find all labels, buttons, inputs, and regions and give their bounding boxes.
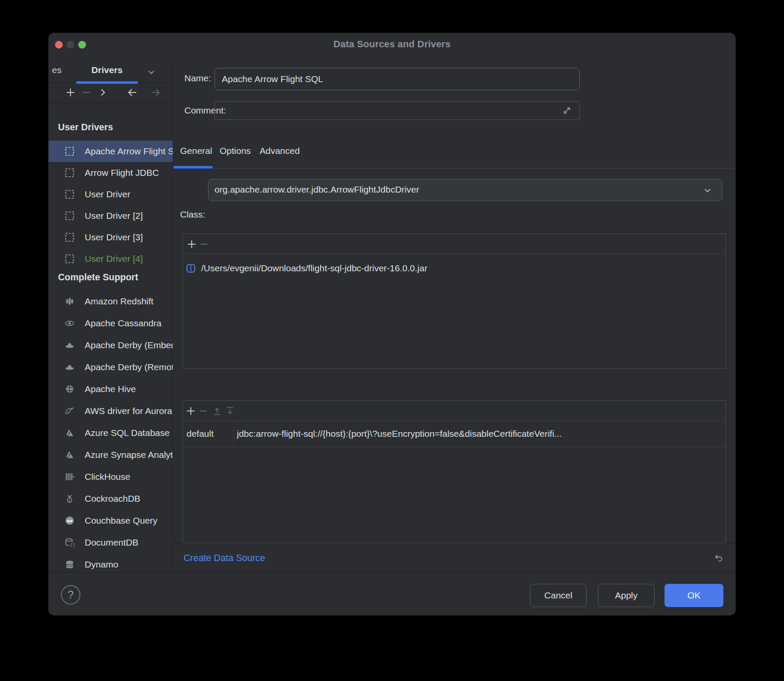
driver-file-row[interactable]: /Users/evgenii/Downloads/flight-sql-jdbc… bbox=[186, 258, 724, 278]
documentdb-icon: {} bbox=[64, 537, 75, 548]
user-driver-icon bbox=[64, 254, 75, 264]
user-drivers-header: User Drivers bbox=[49, 118, 173, 137]
apache-derby-icon bbox=[64, 340, 75, 350]
apache-hive-icon bbox=[64, 384, 75, 394]
class-value: org.apache.arrow.driver.jdbc.ArrowFlight… bbox=[214, 184, 419, 195]
user-driver-icon bbox=[64, 211, 75, 221]
clickhouse-icon bbox=[64, 472, 75, 482]
titlebar: Data Sources and Drivers bbox=[49, 33, 735, 57]
chevron-down-icon bbox=[702, 185, 713, 196]
azure-icon bbox=[64, 450, 75, 460]
url-template-name-cell[interactable]: default bbox=[183, 421, 234, 447]
tab-drivers[interactable]: Drivers bbox=[76, 57, 138, 83]
tab-general[interactable]: General bbox=[180, 146, 212, 156]
sidebar-tabs: es Drivers bbox=[49, 57, 173, 83]
sidebar: es Drivers bbox=[49, 57, 173, 573]
list-item-dynamo[interactable]: Dynamo bbox=[49, 553, 173, 573]
driver-editor-panel: Name: Comment: General Options Advanced … bbox=[174, 57, 735, 573]
list-item-user-driver-4[interactable]: User Driver [4] bbox=[49, 248, 173, 270]
forward-arrow-icon[interactable] bbox=[150, 87, 161, 98]
list-item-user-driver[interactable]: User Driver bbox=[49, 184, 173, 205]
duplicate-chevron-icon[interactable] bbox=[97, 87, 108, 98]
back-arrow-icon[interactable] bbox=[127, 87, 138, 98]
apache-derby-icon bbox=[64, 362, 75, 372]
desktop: Data Sources and Drivers es Drivers bbox=[0, 0, 784, 681]
name-input[interactable] bbox=[214, 68, 580, 90]
sidebar-toolbar bbox=[49, 83, 173, 103]
user-driver-icon bbox=[64, 232, 75, 242]
tab-data-sources-clipped[interactable]: es bbox=[52, 65, 61, 75]
add-icon[interactable] bbox=[65, 87, 76, 98]
add-icon[interactable] bbox=[186, 239, 197, 250]
undo-icon[interactable] bbox=[712, 552, 724, 564]
move-down-icon[interactable] bbox=[224, 405, 236, 417]
comment-input[interactable] bbox=[214, 101, 580, 120]
list-item-documentdb[interactable]: {} DocumentDB bbox=[49, 531, 173, 553]
cancel-button[interactable]: Cancel bbox=[530, 584, 587, 607]
user-driver-icon bbox=[64, 168, 75, 178]
couchbase-icon bbox=[64, 515, 75, 526]
amazon-redshift-icon bbox=[64, 296, 75, 307]
create-data-source-row: Create Data Source bbox=[173, 543, 735, 573]
move-up-icon[interactable] bbox=[211, 405, 223, 417]
list-item-user-driver-3[interactable]: User Driver [3] bbox=[49, 227, 173, 248]
ok-button[interactable]: OK bbox=[665, 584, 723, 607]
class-label: Class: bbox=[174, 209, 205, 220]
list-item-cockroachdb[interactable]: CockroachDB bbox=[49, 488, 173, 509]
user-driver-icon bbox=[64, 189, 75, 199]
list-item-clickhouse[interactable]: ClickHouse bbox=[49, 466, 173, 488]
class-dropdown[interactable]: org.apache.arrow.driver.jdbc.ArrowFlight… bbox=[208, 179, 723, 201]
list-item-arrow-flight-jdbc[interactable]: Arrow Flight JDBC bbox=[49, 162, 173, 184]
window-title: Data Sources and Drivers bbox=[49, 39, 735, 50]
url-template-value-cell[interactable]: jdbc:arrow-flight-sql://{host}:{port}\?u… bbox=[234, 421, 726, 447]
name-label: Name: bbox=[174, 73, 211, 84]
user-driver-icon bbox=[64, 146, 75, 156]
dialog-footer: ? Cancel Apply OK bbox=[49, 572, 735, 615]
jar-file-icon bbox=[186, 263, 196, 273]
data-sources-dialog: Data Sources and Drivers es Drivers bbox=[48, 33, 736, 616]
remove-icon[interactable] bbox=[198, 405, 209, 417]
add-icon[interactable] bbox=[185, 405, 196, 417]
list-item-apache-hive[interactable]: Apache Hive bbox=[49, 378, 173, 400]
url-templates-toolbar bbox=[183, 401, 726, 421]
driver-files-box: /Users/evgenii/Downloads/flight-sql-jdbc… bbox=[183, 233, 726, 369]
chevron-down-icon[interactable] bbox=[147, 67, 156, 77]
complete-support-header: Complete Support bbox=[49, 270, 173, 285]
cockroachdb-icon bbox=[64, 494, 75, 504]
list-item-azure-sql-database[interactable]: Azure SQL Database bbox=[49, 422, 173, 444]
azure-icon bbox=[64, 428, 75, 438]
driver-list: User Drivers Apache Arrow Flight SQL Arr… bbox=[49, 103, 173, 573]
list-item-apache-derby-embedded[interactable]: Apache Derby (Embedded) bbox=[49, 334, 173, 356]
dynamo-icon bbox=[64, 559, 75, 570]
url-templates-box: default jdbc:arrow-flight-sql://{host}:{… bbox=[183, 400, 726, 543]
list-item-amazon-redshift[interactable]: Amazon Redshift bbox=[49, 290, 173, 312]
list-item-couchbase-query[interactable]: Couchbase Query bbox=[49, 509, 173, 531]
url-template-row[interactable]: default jdbc:arrow-flight-sql://{host}:{… bbox=[183, 421, 726, 447]
remove-icon[interactable] bbox=[81, 87, 92, 98]
tabs-divider bbox=[173, 168, 735, 169]
active-tab-underline bbox=[173, 166, 213, 169]
apply-button[interactable]: Apply bbox=[598, 584, 655, 607]
apache-cassandra-icon bbox=[64, 318, 75, 328]
aws-dolphin-icon bbox=[64, 406, 75, 416]
driver-files-toolbar bbox=[183, 234, 726, 254]
tab-advanced[interactable]: Advanced bbox=[260, 146, 300, 156]
remove-icon[interactable] bbox=[199, 239, 210, 250]
svg-text:{}: {} bbox=[70, 542, 75, 547]
expand-comment-icon[interactable] bbox=[561, 104, 573, 117]
create-data-source-link[interactable]: Create Data Source bbox=[184, 553, 265, 564]
list-item-apache-arrow-flight-sql[interactable]: Apache Arrow Flight SQL bbox=[49, 141, 173, 162]
list-item-user-driver-2[interactable]: User Driver [2] bbox=[49, 205, 173, 227]
list-item-azure-synapse[interactable]: Azure Synapse Analytics bbox=[49, 444, 173, 466]
tab-options[interactable]: Options bbox=[220, 146, 251, 156]
driver-file-path: /Users/evgenii/Downloads/flight-sql-jdbc… bbox=[201, 263, 427, 273]
list-item-apache-cassandra[interactable]: Apache Cassandra bbox=[49, 312, 173, 334]
list-item-aws-driver[interactable]: AWS driver for Aurora MySQL bbox=[49, 400, 173, 422]
list-item-apache-derby-remote[interactable]: Apache Derby (Remote) bbox=[49, 356, 173, 378]
help-icon[interactable]: ? bbox=[61, 585, 80, 604]
